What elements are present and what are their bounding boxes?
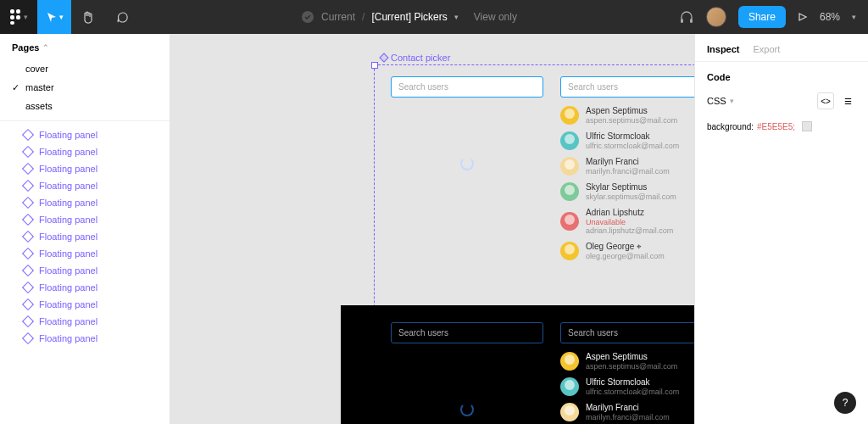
contact-email: aspen.septimus@mail.com [586,362,677,371]
contact-name: Aspen Septimus [586,352,677,362]
page-item[interactable]: assets [0,97,170,115]
main-menu-button[interactable]: ▾ [0,0,37,34]
tab-inspect[interactable]: Inspect [707,44,740,54]
component-icon [22,265,34,276]
layer-label: Floating panel [39,198,97,208]
svg-rect-0 [10,9,14,14]
layer-item[interactable]: Floating panel [0,279,170,296]
layer-item[interactable]: Floating panel [0,245,170,262]
pages-collapse-icon[interactable]: ⌃ [42,43,49,52]
layer-item[interactable]: Floating panel [0,143,170,160]
component-icon [22,282,34,293]
contact-result[interactable]: Oleg George ⌖oleg.george@mail.com [560,238,694,264]
contact-email: ulfric.stormcloak@mail.com [586,142,679,150]
contact-name: Skylar Septimus [586,182,676,192]
layer-label: Floating panel [39,265,97,276]
picker-row-light: Aspen Septimusaspen.septimus@mail.comUlf… [391,76,694,264]
frame-label-text: Contact picker [391,53,450,63]
hand-tool-button[interactable] [71,0,105,34]
table-view-icon[interactable]: ☰ [839,92,856,109]
contact-result[interactable]: Aspen Septimusaspen.septimus@mail.com [560,103,694,128]
search-input[interactable] [560,322,694,343]
layer-label: Floating panel [39,333,97,343]
contact-name: Ulfric Stormcloak [586,131,679,142]
page-item[interactable]: cover [0,59,170,78]
help-button[interactable]: ? [834,392,856,414]
contact-result[interactable]: Ulfric Stormcloakulfric.stormcloak@mail.… [560,128,694,153]
project-name[interactable]: Current [321,11,355,23]
share-button[interactable]: Share [738,6,786,28]
component-icon [22,129,34,141]
component-icon [22,180,34,192]
layer-label: Floating panel [39,215,97,225]
search-input[interactable] [391,76,543,98]
layer-item[interactable]: Floating panel [0,313,170,330]
contact-avatar [560,157,579,176]
page-item[interactable]: master [0,78,170,97]
layer-item[interactable]: Floating panel [0,177,170,194]
zoom-value[interactable]: 68% [820,11,840,23]
contact-email: skylar.septimus@mail.com [586,192,676,201]
layer-label: Floating panel [39,147,97,157]
contact-result[interactable]: Marilyn Francimarilyn.franci@mail.com [560,153,694,179]
svg-rect-2 [10,15,14,20]
layer-label: Floating panel [39,164,97,174]
pages-header[interactable]: Pages ⌃ [0,34,170,59]
divider [0,120,170,121]
file-menu-chevron-icon[interactable]: ▾ [454,13,459,21]
layer-item[interactable]: Floating panel [0,296,170,313]
layer-item[interactable]: Floating panel [0,126,170,143]
svg-rect-7 [690,19,693,23]
contact-avatar [560,182,579,201]
layer-label: Floating panel [39,248,97,259]
view-mode-label: View only [474,11,517,23]
present-icon[interactable] [798,12,808,22]
svg-rect-4 [10,21,14,25]
frame-label[interactable]: Contact picker [381,53,450,63]
component-icon [379,53,388,62]
loading-spinner-icon [460,157,474,170]
unavailable-label: Unavailable [586,218,626,226]
layer-item[interactable]: Floating panel [0,194,170,211]
contact-email: oleg.george@mail.com [586,252,665,260]
contact-email: ulfric.stormcloak@mail.com [586,388,679,396]
component-icon [22,231,34,243]
user-avatar[interactable] [706,7,726,27]
canvas[interactable]: Contact picker Aspen Septimusaspen.septi… [170,34,694,424]
component-icon [22,214,34,226]
headphones-icon[interactable] [679,9,694,25]
layer-item[interactable]: Floating panel [0,330,170,347]
layer-label: Floating panel [39,232,97,242]
code-section: Code CSS ▾ <> ☰ background: #E5E5E5; [695,62,868,142]
contact-result[interactable]: Skylar Septimusskylar.septimus@mail.com [560,179,694,204]
chevron-down-icon: ▾ [730,97,734,105]
color-swatch[interactable] [802,121,812,131]
component-icon [22,248,34,259]
search-input[interactable] [391,322,543,343]
layer-item[interactable]: Floating panel [0,228,170,245]
contact-name: Marilyn Franci [586,157,670,167]
layer-item[interactable]: Floating panel [0,262,170,279]
component-icon [22,163,34,175]
code-view-icon[interactable]: <> [817,92,834,109]
tab-export[interactable]: Export [754,44,781,54]
move-tool-button[interactable]: ▾ [37,0,71,34]
contact-result[interactable]: Adrian LipshutzUnavailable adrian.lipshu… [560,204,694,238]
file-name[interactable]: [Current] Pickers [371,11,447,23]
code-header: Code [707,72,856,82]
language-value: CSS [707,96,726,106]
contact-result[interactable]: Ulfric Stormcloakulfric.stormcloak@mail.… [560,374,694,399]
search-input[interactable] [560,76,694,98]
loading-spinner-icon [460,403,474,416]
layer-item[interactable]: Floating panel [0,211,170,228]
tool-group: ▾ ▾ [0,0,139,34]
zoom-chevron-icon[interactable]: ▾ [852,13,856,21]
contact-result[interactable]: Marilyn Francimarilyn.franci@mail.com [560,399,694,424]
component-icon [22,146,34,158]
layer-label: Floating panel [39,282,97,293]
language-select[interactable]: CSS ▾ [707,96,734,106]
layer-item[interactable]: Floating panel [0,160,170,177]
comment-tool-button[interactable] [105,0,139,34]
contact-email: marilyn.franci@mail.com [586,167,670,176]
contact-result[interactable]: Aspen Septimusaspen.septimus@mail.com [560,349,694,374]
